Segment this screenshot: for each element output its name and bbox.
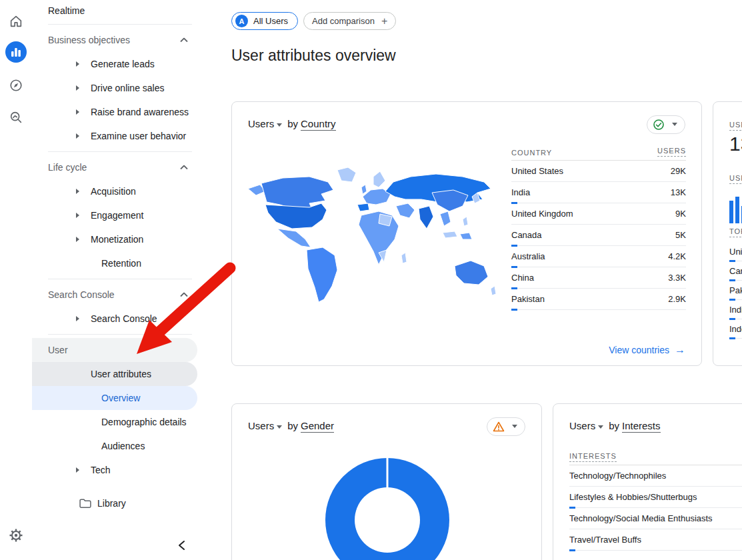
data-quality-button[interactable] (647, 115, 685, 134)
sidebar-item-label: Examine user behavior (91, 131, 186, 141)
sidebar-divider (48, 334, 192, 335)
users-last-30-min-count: 13 (729, 133, 742, 155)
sidebar-item-monetization[interactable]: Monetization (32, 227, 200, 251)
country-name: India (511, 187, 530, 197)
interest-name: Travel/Travel Buffs (569, 535, 641, 545)
minute-bar (735, 197, 739, 223)
country-name: Canada (511, 230, 542, 240)
warning-triangle-icon (493, 421, 505, 433)
sidebar-item-search-console[interactable]: Search Console (32, 307, 200, 331)
sidebar-item-label: Monetization (91, 234, 143, 245)
reports-icon[interactable] (5, 41, 27, 63)
expand-arrow-icon (76, 213, 79, 218)
sidebar-item-raise-brand-awareness[interactable]: Raise brand awareness (32, 100, 200, 124)
sidebar-section-search-console[interactable]: Search Console (32, 283, 200, 307)
table-row: Australia 4.2K (511, 246, 686, 267)
table-header-row: COUNTRY USERS (511, 145, 686, 161)
sidebar-item-audiences[interactable]: Audiences (32, 434, 200, 458)
metric-selector[interactable]: Users (248, 420, 285, 431)
reports-sidebar: Realtime Business objectives Generate le… (32, 0, 200, 560)
sidebar-item-tech[interactable]: Tech (32, 458, 200, 482)
home-icon[interactable] (7, 12, 25, 31)
data-quality-button[interactable] (487, 417, 525, 436)
table-row: Technology/Technophiles (569, 465, 742, 487)
expand-arrow-icon (76, 133, 79, 139)
sidebar-item-demographic-details[interactable]: Demographic details (32, 410, 200, 434)
users-per-minute-chart (729, 193, 742, 223)
sidebar-item-drive-online-sales[interactable]: Drive online sales (32, 76, 200, 100)
country-name: Canada (729, 266, 742, 276)
table-row: China 3.3K (511, 267, 686, 289)
check-circle-icon (653, 119, 665, 131)
section-label: Business objectives (48, 35, 130, 45)
realtime-users-card: USERS IN LAST 30 MINUTES 13 USERS PER MI… (713, 101, 742, 366)
expand-arrow-icon (76, 85, 79, 91)
sidebar-item-realtime[interactable]: Realtime (32, 0, 200, 21)
sidebar-section-business-objectives[interactable]: Business objectives (32, 28, 200, 52)
sidebar-item-user-attributes[interactable]: User attributes (32, 362, 200, 386)
admin-settings-icon[interactable] (7, 526, 25, 545)
add-comparison-button[interactable]: Add comparison + (303, 12, 396, 30)
list-item: Pakistan (729, 281, 742, 300)
interest-name: Lifestyles & Hobbies/Shutterbugs (569, 492, 697, 502)
metric-label: Users (569, 420, 595, 431)
sidebar-divider (48, 279, 192, 279)
chevron-down-icon (277, 425, 282, 429)
sidebar-item-label: Audiences (101, 441, 145, 451)
all-users-chip[interactable]: A All Users (231, 12, 298, 30)
users-value: 3.3K (668, 273, 686, 283)
view-countries-link[interactable]: View countries → (609, 344, 685, 356)
country-name: United Kingdom (511, 209, 573, 219)
trend-dash (569, 549, 575, 551)
sidebar-item-label: Raise brand awareness (91, 107, 189, 117)
country-name: Indonesia (729, 324, 742, 334)
column-header-country: COUNTRY (511, 149, 552, 157)
sidebar-section-user[interactable]: User (32, 338, 200, 362)
sidebar-item-library[interactable]: Library (32, 491, 200, 515)
sidebar-item-engagement[interactable]: Engagement (32, 203, 200, 227)
sidebar-item-retention[interactable]: Retention (32, 251, 200, 275)
top-countries-label: TOP COUNTRIES (729, 227, 742, 237)
sidebar-section-life-cycle[interactable]: Life cycle (32, 155, 200, 179)
donut-segment-divider (387, 458, 389, 488)
advertising-icon[interactable] (7, 108, 25, 127)
by-label: by (287, 420, 298, 431)
sidebar-item-overview[interactable]: Overview (32, 386, 200, 410)
metric-selector[interactable]: Users (248, 118, 285, 129)
metric-selector[interactable]: Users (569, 420, 606, 431)
sidebar-item-label: Engagement (91, 210, 143, 221)
dimension-selector[interactable]: Interests (622, 420, 661, 433)
comparison-avatar: A (235, 15, 248, 27)
sidebar-item-label: User attributes (91, 369, 151, 379)
sidebar-item-acquisition[interactable]: Acquisition (32, 179, 200, 203)
sidebar-item-label: Tech (91, 465, 111, 475)
expand-arrow-icon (76, 189, 79, 194)
list-item: India (729, 300, 742, 319)
sidebar-divider (48, 151, 192, 152)
gender-donut-chart (325, 458, 449, 560)
chip-label: All Users (253, 16, 288, 26)
interest-name: Technology/Technophiles (569, 471, 666, 481)
sidebar-item-label: Overview (101, 393, 140, 403)
dimension-selector[interactable]: Country (301, 118, 336, 131)
users-value: 5K (675, 230, 686, 240)
users-value: 13K (671, 187, 686, 197)
table-row: Canada 5K (511, 225, 686, 246)
collapse-sidebar-button[interactable] (178, 540, 185, 551)
chevron-down-icon (512, 425, 517, 428)
users-value: 9K (675, 209, 686, 219)
metric-label: Users (248, 118, 274, 129)
trend-dash (511, 309, 517, 311)
sidebar-item-label: Acquisition (91, 186, 136, 197)
sidebar-item-label: Retention (101, 258, 141, 269)
explore-icon[interactable] (7, 76, 25, 95)
donut-hole (355, 487, 420, 553)
sidebar-item-generate-leads[interactable]: Generate leads (32, 52, 200, 76)
sidebar-item-examine-user-behavior[interactable]: Examine user behavior (32, 124, 200, 148)
sidebar-item-label: Demographic details (101, 417, 187, 427)
users-per-minute-label: USERS PER MINUTE (729, 174, 742, 184)
country-name: Pakistan (511, 294, 545, 304)
users-value: 29K (671, 166, 686, 176)
dimension-selector[interactable]: Gender (301, 420, 334, 433)
table-row: Lifestyles & Hobbies/Shutterbugs (569, 487, 742, 508)
